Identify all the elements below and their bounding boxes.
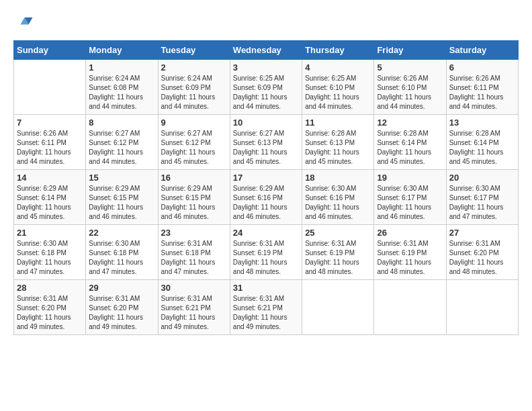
calendar-week-row: 7Sunrise: 6:26 AMSunset: 6:11 PMDaylight… [14,115,519,170]
day-info: Sunrise: 6:29 AMSunset: 6:14 PMDaylight:… [17,184,83,222]
calendar-cell: 18Sunrise: 6:30 AMSunset: 6:16 PMDayligh… [302,170,374,225]
day-header-sunday: Sunday [14,41,86,60]
day-info: Sunrise: 6:31 AMSunset: 6:20 PMDaylight:… [17,294,83,332]
calendar-cell: 4Sunrise: 6:25 AMSunset: 6:10 PMDaylight… [302,60,374,115]
day-number: 22 [89,228,154,238]
calendar-cell: 13Sunrise: 6:28 AMSunset: 6:14 PMDayligh… [446,115,518,170]
day-number: 24 [233,228,299,238]
calendar-cell: 25Sunrise: 6:31 AMSunset: 6:19 PMDayligh… [302,225,374,280]
calendar-header-row: SundayMondayTuesdayWednesdayThursdayFrid… [14,41,519,60]
day-header-saturday: Saturday [446,41,518,60]
day-number: 15 [89,173,154,183]
day-info: Sunrise: 6:30 AMSunset: 6:16 PMDaylight:… [305,184,371,222]
day-header-wednesday: Wednesday [230,41,302,60]
day-number: 12 [377,118,443,128]
calendar-cell: 30Sunrise: 6:31 AMSunset: 6:21 PMDayligh… [158,280,230,335]
calendar-cell: 31Sunrise: 6:31 AMSunset: 6:21 PMDayligh… [230,280,302,335]
day-number: 25 [305,228,371,238]
day-info: Sunrise: 6:31 AMSunset: 6:19 PMDaylight:… [305,239,371,277]
day-info: Sunrise: 6:29 AMSunset: 6:15 PMDaylight:… [161,184,227,222]
day-number: 1 [89,62,154,73]
logo [13,13,37,34]
calendar-cell: 19Sunrise: 6:30 AMSunset: 6:17 PMDayligh… [374,170,446,225]
calendar-cell [302,280,374,335]
day-info: Sunrise: 6:24 AMSunset: 6:09 PMDaylight:… [161,74,227,111]
calendar-cell: 20Sunrise: 6:30 AMSunset: 6:17 PMDayligh… [446,170,518,225]
page-header [13,13,519,34]
day-number: 7 [17,118,83,128]
calendar-cell: 12Sunrise: 6:28 AMSunset: 6:14 PMDayligh… [374,115,446,170]
day-header-thursday: Thursday [302,41,374,60]
calendar-cell: 22Sunrise: 6:30 AMSunset: 6:18 PMDayligh… [86,225,158,280]
day-number: 26 [377,228,443,238]
day-info: Sunrise: 6:28 AMSunset: 6:13 PMDaylight:… [305,129,371,167]
calendar-week-row: 1Sunrise: 6:24 AMSunset: 6:08 PMDaylight… [14,60,519,115]
day-header-friday: Friday [374,41,446,60]
calendar-cell: 2Sunrise: 6:24 AMSunset: 6:09 PMDaylight… [158,60,230,115]
day-info: Sunrise: 6:31 AMSunset: 6:19 PMDaylight:… [377,239,443,277]
day-number: 19 [377,173,443,183]
day-number: 28 [17,283,83,293]
day-number: 4 [305,62,371,73]
day-number: 3 [233,62,299,73]
calendar-week-row: 14Sunrise: 6:29 AMSunset: 6:14 PMDayligh… [14,170,519,225]
day-number: 6 [449,62,515,73]
calendar-cell: 7Sunrise: 6:26 AMSunset: 6:11 PMDaylight… [14,115,86,170]
calendar-cell: 27Sunrise: 6:31 AMSunset: 6:20 PMDayligh… [446,225,518,280]
day-number: 31 [233,283,299,293]
calendar-cell: 10Sunrise: 6:27 AMSunset: 6:13 PMDayligh… [230,115,302,170]
day-info: Sunrise: 6:27 AMSunset: 6:12 PMDaylight:… [161,129,227,167]
day-number: 5 [377,62,443,73]
calendar-cell: 15Sunrise: 6:29 AMSunset: 6:15 PMDayligh… [86,170,158,225]
day-info: Sunrise: 6:29 AMSunset: 6:15 PMDaylight:… [89,184,154,222]
day-info: Sunrise: 6:31 AMSunset: 6:20 PMDaylight:… [89,294,154,332]
day-info: Sunrise: 6:29 AMSunset: 6:16 PMDaylight:… [233,184,299,222]
day-info: Sunrise: 6:26 AMSunset: 6:11 PMDaylight:… [17,129,83,167]
day-info: Sunrise: 6:28 AMSunset: 6:14 PMDaylight:… [377,129,443,167]
calendar-cell: 1Sunrise: 6:24 AMSunset: 6:08 PMDaylight… [86,60,158,115]
day-number: 23 [161,228,227,238]
calendar-cell: 6Sunrise: 6:26 AMSunset: 6:11 PMDaylight… [446,60,518,115]
calendar-cell: 26Sunrise: 6:31 AMSunset: 6:19 PMDayligh… [374,225,446,280]
day-info: Sunrise: 6:30 AMSunset: 6:18 PMDaylight:… [89,239,154,277]
day-number: 13 [449,118,515,128]
day-number: 21 [17,228,83,238]
day-number: 17 [233,173,299,183]
day-header-monday: Monday [86,41,158,60]
day-header-tuesday: Tuesday [158,41,230,60]
day-number: 29 [89,283,154,293]
calendar-cell: 28Sunrise: 6:31 AMSunset: 6:20 PMDayligh… [14,280,86,335]
calendar-cell: 21Sunrise: 6:30 AMSunset: 6:18 PMDayligh… [14,225,86,280]
calendar-cell: 17Sunrise: 6:29 AMSunset: 6:16 PMDayligh… [230,170,302,225]
day-info: Sunrise: 6:27 AMSunset: 6:12 PMDaylight:… [89,129,154,167]
day-number: 20 [449,173,515,183]
day-info: Sunrise: 6:25 AMSunset: 6:10 PMDaylight:… [305,74,371,111]
calendar-week-row: 21Sunrise: 6:30 AMSunset: 6:18 PMDayligh… [14,225,519,280]
day-info: Sunrise: 6:30 AMSunset: 6:17 PMDaylight:… [377,184,443,222]
day-number: 2 [161,62,227,73]
day-number: 27 [449,228,515,238]
day-info: Sunrise: 6:25 AMSunset: 6:09 PMDaylight:… [233,74,299,111]
calendar-cell: 11Sunrise: 6:28 AMSunset: 6:13 PMDayligh… [302,115,374,170]
day-number: 11 [305,118,371,128]
calendar-table: SundayMondayTuesdayWednesdayThursdayFrid… [13,40,519,335]
calendar-cell: 9Sunrise: 6:27 AMSunset: 6:12 PMDaylight… [158,115,230,170]
day-info: Sunrise: 6:31 AMSunset: 6:21 PMDaylight:… [233,294,299,332]
day-info: Sunrise: 6:28 AMSunset: 6:14 PMDaylight:… [449,129,515,167]
day-number: 16 [161,173,227,183]
day-number: 30 [161,283,227,293]
day-info: Sunrise: 6:30 AMSunset: 6:17 PMDaylight:… [449,184,515,222]
calendar-cell: 16Sunrise: 6:29 AMSunset: 6:15 PMDayligh… [158,170,230,225]
day-info: Sunrise: 6:31 AMSunset: 6:18 PMDaylight:… [161,239,227,277]
day-number: 10 [233,118,299,128]
calendar-cell [374,280,446,335]
calendar-cell [14,60,86,115]
day-number: 8 [89,118,154,128]
logo-icon [13,13,34,34]
day-info: Sunrise: 6:31 AMSunset: 6:20 PMDaylight:… [449,239,515,277]
calendar-cell: 14Sunrise: 6:29 AMSunset: 6:14 PMDayligh… [14,170,86,225]
calendar-week-row: 28Sunrise: 6:31 AMSunset: 6:20 PMDayligh… [14,280,519,335]
calendar-cell: 24Sunrise: 6:31 AMSunset: 6:19 PMDayligh… [230,225,302,280]
day-info: Sunrise: 6:26 AMSunset: 6:10 PMDaylight:… [377,74,443,111]
day-info: Sunrise: 6:31 AMSunset: 6:21 PMDaylight:… [161,294,227,332]
